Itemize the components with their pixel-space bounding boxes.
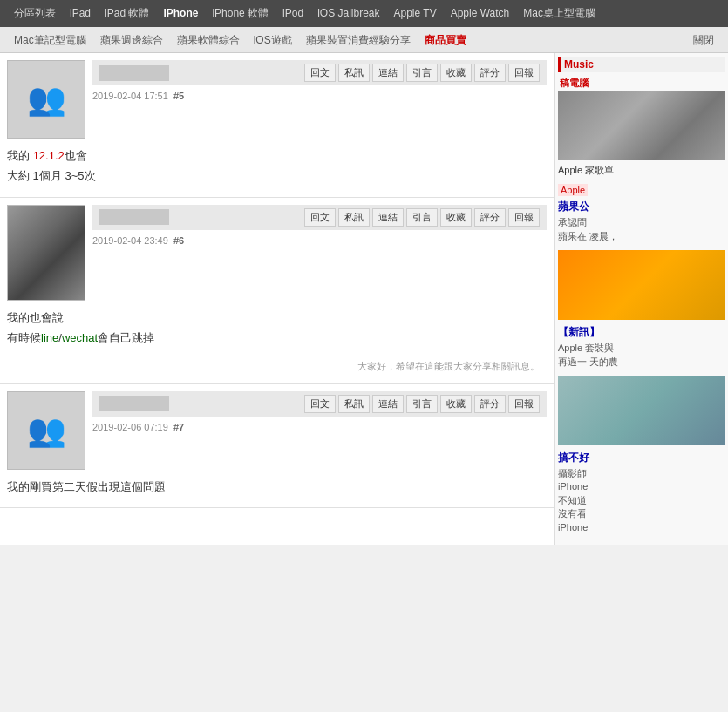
post-date-5: 2019-02-04 17:51 (92, 91, 168, 101)
avatar-icon-7: 👥 (27, 412, 66, 449)
report-btn-6[interactable]: 回報 (508, 208, 540, 227)
collect-btn-6[interactable]: 收藏 (440, 208, 472, 227)
nav-apple-watch[interactable]: Apple Watch (444, 0, 517, 27)
nav-ipad[interactable]: iPad (63, 0, 98, 27)
second-nav: Mac筆記型電腦 蘋果週邊綜合 蘋果軟體綜合 iOS遊戲 蘋果裝置消費經驗分享 … (0, 27, 728, 53)
post-num-5: #5 (171, 91, 184, 101)
post-header-7: 👥 回文 私訊 連結 引言 收藏 評分 回報 (7, 391, 547, 470)
app-wechat-6: wechat (62, 331, 98, 344)
nav-fenzhi[interactable]: 分區列表 (7, 0, 63, 27)
sidebar-newinfo-title: 【新訊】 (558, 323, 725, 342)
nav-ipad-soft[interactable]: iPad 軟體 (98, 0, 156, 27)
sidebar-photo-title: 搞不好 (558, 449, 725, 467)
close-nav-button[interactable]: 關閉 (686, 27, 721, 53)
sidebar-title-music: Music (558, 57, 725, 72)
sidebar: Music 稿電腦 Apple 家歌單 Apple 蘋果公 承認問 蘋果在 凌晨… (554, 53, 728, 545)
rate-btn-5[interactable]: 評分 (474, 64, 506, 82)
pm-btn-6[interactable]: 私訊 (338, 208, 370, 227)
share-notice-6: 大家好，希望在這能跟大家分享相關訊息。 (7, 356, 547, 376)
sidebar-item-music: Music 稿電腦 Apple 家歌單 (558, 57, 725, 177)
username-5 (99, 65, 169, 81)
nav-apple-experience[interactable]: 蘋果裝置消費經驗分享 (299, 27, 418, 53)
nav-iphone[interactable]: iPhone (156, 0, 205, 27)
avatar-icon-5: 👥 (27, 81, 66, 118)
sidebar-apple-title: 蘋果公 (558, 198, 725, 216)
post-date-6: 2019-02-04 23:49 (92, 235, 168, 246)
post-content-5: 我的 12.1.2也會 大約 1個月 3~5次 (7, 139, 547, 190)
quote-btn-6[interactable]: 引言 (406, 208, 438, 227)
username-6 (99, 209, 169, 225)
user-info-bar-5: 回文 私訊 連結 引言 收藏 評分 回報 (92, 60, 547, 85)
sidebar-thumb-newinfo (558, 250, 725, 320)
sidebar-thumb-music (558, 91, 725, 160)
nav-buy-sell[interactable]: 商品買賣 (418, 27, 473, 53)
report-btn-7[interactable]: 回報 (508, 395, 540, 413)
link-btn-6[interactable]: 連結 (372, 208, 404, 227)
rate-btn-7[interactable]: 評分 (474, 395, 506, 413)
app-line-6: line (41, 331, 58, 344)
link-btn-7[interactable]: 連結 (372, 395, 404, 413)
avatar-photo-inner-6 (8, 206, 85, 300)
post-meta-6: 2019-02-04 23:49 #6 (92, 234, 547, 248)
quote-btn-5[interactable]: 引言 (406, 64, 438, 82)
nav-mac-desktop[interactable]: Mac桌上型電腦 (516, 0, 602, 27)
sidebar-item-apple: Apple 蘋果公 承認問 蘋果在 凌晨， (558, 184, 725, 243)
post-num-7: #7 (171, 422, 184, 432)
nav-apple-peripheral[interactable]: 蘋果週邊綜合 (93, 27, 170, 53)
sidebar-apple-badge: Apple (558, 184, 588, 196)
quote-btn-7[interactable]: 引言 (406, 395, 438, 413)
nav-ipod[interactable]: iPod (276, 0, 310, 27)
sidebar-iphone-label: iPhone (558, 481, 588, 492)
post-header-6: 回文 私訊 連結 引言 收藏 評分 回報 2019-02-04 23:49 #6 (7, 205, 547, 301)
post-content-6: 我的也會說 有時候line/wechat會自己跳掉 (7, 301, 547, 352)
action-buttons-5: 回文 私訊 連結 引言 收藏 評分 回報 (173, 64, 540, 82)
action-buttons-6: 回文 私訊 連結 引言 收藏 評分 回報 (173, 208, 540, 227)
user-info-bar-6: 回文 私訊 連結 引言 收藏 評分 回報 (92, 205, 547, 230)
sidebar-photo-text: iPhone 不知道 沒有看 iPhone (558, 480, 725, 534)
sidebar-newinfo-subtitle: Apple 套裝與 (558, 342, 725, 355)
post-header-5: 👥 回文 私訊 連結 引言 收藏 評分 回報 (7, 60, 547, 139)
user-info-bar-7: 回文 私訊 連結 引言 收藏 評分 回報 (92, 391, 547, 417)
nav-ios-games[interactable]: iOS遊戲 (247, 27, 299, 53)
rate-btn-6[interactable]: 評分 (474, 208, 506, 227)
page-layout: 👥 回文 私訊 連結 引言 收藏 評分 回報 (0, 53, 728, 545)
reply-btn-6[interactable]: 回文 (304, 208, 336, 227)
top-nav: 分區列表 iPad iPad 軟體 iPhone iPhone 軟體 iPod … (0, 0, 728, 27)
sidebar-apple-header: Apple (558, 184, 725, 196)
reply-btn-7[interactable]: 回文 (304, 395, 336, 413)
avatar-6 (7, 205, 85, 301)
post-num-6: #6 (171, 235, 184, 246)
post-content-7: 我的剛買第二天假出現這個問題 (7, 470, 547, 500)
nav-mac-notebook[interactable]: Mac筆記型電腦 (7, 27, 93, 53)
post-block-7: 👥 回文 私訊 連結 引言 收藏 評分 回報 (0, 384, 554, 508)
link-btn-5[interactable]: 連結 (372, 64, 404, 82)
version-text-5: 12.1.2 (33, 149, 65, 162)
sidebar-subtitle-music: 稿電腦 (558, 76, 725, 91)
sidebar-item-newinfo: 【新訊】 Apple 套裝與 再過一 天的農 (558, 250, 725, 369)
sidebar-thumb-photo (558, 376, 725, 445)
action-buttons-7: 回文 私訊 連結 引言 收藏 評分 回報 (173, 395, 540, 413)
pm-btn-7[interactable]: 私訊 (338, 395, 370, 413)
post-right-6: 回文 私訊 連結 引言 收藏 評分 回報 2019-02-04 23:49 #6 (92, 205, 547, 248)
avatar-7: 👥 (7, 391, 85, 470)
post-block-6: 回文 私訊 連結 引言 收藏 評分 回報 2019-02-04 23:49 #6 (0, 198, 554, 384)
sidebar-label-music: Apple 家歌單 (558, 164, 725, 177)
main-content: 👥 回文 私訊 連結 引言 收藏 評分 回報 (0, 53, 554, 545)
username-7 (99, 396, 169, 411)
reply-btn-5[interactable]: 回文 (304, 64, 336, 82)
post-right-7: 回文 私訊 連結 引言 收藏 評分 回報 2019-02-06 07:19 #7 (92, 391, 547, 434)
report-btn-5[interactable]: 回報 (508, 64, 540, 82)
post-date-7: 2019-02-06 07:19 (92, 422, 168, 432)
post-block-5: 👥 回文 私訊 連結 引言 收藏 評分 回報 (0, 53, 554, 198)
nav-apple-software[interactable]: 蘋果軟體綜合 (170, 27, 247, 53)
nav-apple-tv[interactable]: Apple TV (387, 0, 444, 27)
pm-btn-5[interactable]: 私訊 (338, 64, 370, 82)
post-meta-5: 2019-02-04 17:51 #5 (92, 89, 547, 103)
sidebar-photo-subtitle: 攝影師 (558, 467, 725, 480)
nav-iphone-soft[interactable]: iPhone 軟體 (205, 0, 276, 27)
sidebar-newinfo-text: 再過一 天的農 (558, 356, 725, 369)
collect-btn-7[interactable]: 收藏 (440, 395, 472, 413)
collect-btn-5[interactable]: 收藏 (440, 64, 472, 82)
nav-ios-jailbreak[interactable]: iOS Jailbreak (310, 0, 386, 27)
sidebar-apple-text: 蘋果在 凌晨， (558, 230, 725, 243)
